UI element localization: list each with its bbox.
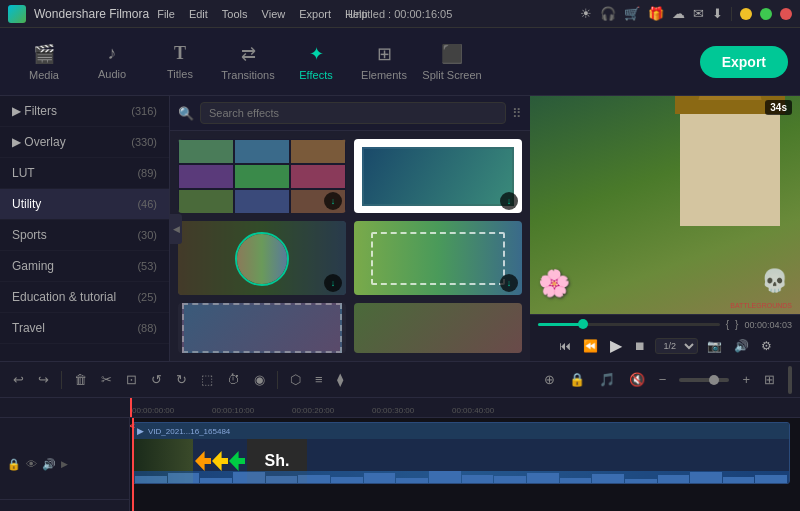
minimize-button[interactable] xyxy=(740,8,752,20)
preview-progress-slider[interactable] xyxy=(538,323,720,326)
snap-button[interactable]: ⊕ xyxy=(539,369,560,390)
cut-button[interactable]: ✂ xyxy=(96,369,117,390)
sidebar-count-education: (25) xyxy=(137,291,157,303)
ruler-container: 00:00:00:00 00:00:10:00 00:00:20:00 00:0… xyxy=(130,398,532,415)
sidebar-item-overlay[interactable]: ▶ Overlay (330) xyxy=(0,127,169,158)
sidebar-label-overlay: ▶ Overlay xyxy=(12,135,66,149)
export-button[interactable]: Export xyxy=(700,46,788,78)
download-badge-shapemask[interactable]: ↓ xyxy=(500,274,518,292)
sidebar-item-filters[interactable]: ▶ Filters (316) xyxy=(0,96,169,127)
menu-file[interactable]: File xyxy=(157,8,175,20)
crop-button[interactable]: ⊡ xyxy=(121,369,142,390)
sidebar-label-travel: Travel xyxy=(12,321,45,335)
effects-search-input[interactable] xyxy=(200,102,506,124)
download-badge-border[interactable]: ↓ xyxy=(500,192,518,210)
toolbar-splitscreen[interactable]: ⬛ Split Screen xyxy=(420,34,484,90)
icon-sun[interactable]: ☀ xyxy=(580,6,592,21)
effect-card-shapemask[interactable]: ↓ Shape Mask xyxy=(354,221,522,295)
color-button[interactable]: ◉ xyxy=(249,369,270,390)
audio-mix-button[interactable]: ≡ xyxy=(310,369,328,390)
playback-speed-select[interactable]: 1/2 1/4 1 2 xyxy=(655,338,698,354)
effects2-button[interactable]: ⬡ xyxy=(285,369,306,390)
track-controls: 🔒 👁 🔊 xyxy=(6,457,57,472)
sidebar-collapse-button[interactable]: ◀ xyxy=(170,214,182,244)
screenshot-button[interactable]: 📷 xyxy=(704,337,725,355)
step-back-button[interactable]: ⏪ xyxy=(580,337,601,355)
menu-edit[interactable]: Edit xyxy=(189,8,208,20)
mask-button[interactable]: ⧫ xyxy=(332,369,348,390)
sidebar-item-lut[interactable]: LUT (89) xyxy=(0,158,169,189)
mosaic-thumb: ↓ xyxy=(178,139,346,213)
icon-download[interactable]: ⬇ xyxy=(712,6,723,21)
fit-button[interactable]: ⊞ xyxy=(759,369,780,390)
audio-icon: ♪ xyxy=(108,43,117,64)
menu-view[interactable]: View xyxy=(262,8,286,20)
sidebar-item-utility[interactable]: Utility (46) xyxy=(0,189,169,220)
effect-card-imagemask[interactable]: ↓ Image Mask xyxy=(178,221,346,295)
toolbar-titles[interactable]: T Titles xyxy=(148,34,212,90)
arrow-orange xyxy=(195,451,211,471)
sidebar-item-gaming[interactable]: Gaming (53) xyxy=(0,251,169,282)
volume-button[interactable]: 🔊 xyxy=(731,337,752,355)
zoom-out-button[interactable]: − xyxy=(654,369,672,390)
play-button[interactable]: ▶ xyxy=(607,334,625,357)
sidebar-item-education[interactable]: Education & tutorial (25) xyxy=(0,282,169,313)
track-mute-btn[interactable]: 🔊 xyxy=(41,457,57,472)
game-timer-badge: 34s xyxy=(765,100,792,115)
toolbar-audio[interactable]: ♪ Audio xyxy=(80,34,144,90)
sidebar-item-travel[interactable]: Travel (88) xyxy=(0,313,169,344)
ruler-time-0: 00:00:00:00 xyxy=(132,406,212,415)
close-button[interactable] xyxy=(780,8,792,20)
redo-button[interactable]: ↪ xyxy=(33,369,54,390)
icon-cloud[interactable]: ☁ xyxy=(672,6,685,21)
effect-card-border[interactable]: ↓ Border xyxy=(354,139,522,213)
clip-waveform xyxy=(133,471,789,483)
edit-toolbar: ↩ ↪ 🗑 ✂ ⊡ ↺ ↻ ⬚ ⏱ ◉ ⬡ ≡ ⧫ ⊕ 🔒 🎵 🔇 − + ⊞ xyxy=(0,362,800,398)
skip-back-button[interactable]: ⏮ xyxy=(556,337,574,355)
track-lock-btn[interactable]: 🔒 xyxy=(6,457,22,472)
main-area: ▶ Filters (316) ▶ Overlay (330) LUT (89)… xyxy=(0,96,800,361)
icon-gift[interactable]: 🎁 xyxy=(648,6,664,21)
track-visible-btn[interactable]: 👁 xyxy=(25,457,38,471)
rotate-right-button[interactable]: ↻ xyxy=(171,369,192,390)
undo-button[interactable]: ↩ xyxy=(8,369,29,390)
effects-label: Effects xyxy=(299,69,332,81)
toolbar-media[interactable]: 🎬 Media xyxy=(12,34,76,90)
title-bar: Wondershare Filmora File Edit Tools View… xyxy=(0,0,800,28)
maximize-button[interactable] xyxy=(760,8,772,20)
video-clip[interactable]: ▶ VID_2021...16_165484 xyxy=(132,422,790,484)
effect-card-extra1[interactable] xyxy=(178,303,346,353)
stop-button[interactable]: ⏹ xyxy=(631,337,649,355)
download-badge-imagemask[interactable]: ↓ xyxy=(324,274,342,292)
playhead-scissors: ✂ xyxy=(130,418,136,434)
toolbar-transitions[interactable]: ⇄ Transitions xyxy=(216,34,280,90)
scale-button[interactable]: ⬚ xyxy=(196,369,218,390)
icon-headphone[interactable]: 🎧 xyxy=(600,6,616,21)
grid-view-icon[interactable]: ⠿ xyxy=(512,106,522,121)
elements-label: Elements xyxy=(361,69,407,81)
menu-export[interactable]: Export xyxy=(299,8,331,20)
lock-button[interactable]: 🔒 xyxy=(564,369,590,390)
toolbar-elements[interactable]: ⊞ Elements xyxy=(352,34,416,90)
arrow-yellow xyxy=(212,451,228,471)
rotate-left-button[interactable]: ↺ xyxy=(146,369,167,390)
zoom-slider-thumb[interactable] xyxy=(709,375,719,385)
delete-button[interactable]: 🗑 xyxy=(69,369,92,390)
menu-tools[interactable]: Tools xyxy=(222,8,248,20)
effect-card-mosaic[interactable]: ↓ Mosaic xyxy=(178,139,346,213)
sidebar-item-sports[interactable]: Sports (30) xyxy=(0,220,169,251)
timeline-tracks: 🔒 👁 🔊 ▶ ✂ ▶ VID_2021...16_ xyxy=(0,418,800,511)
download-badge-mosaic[interactable]: ↓ xyxy=(324,192,342,210)
icon-cart[interactable]: 🛒 xyxy=(624,6,640,21)
zoom-in-button[interactable]: + xyxy=(737,369,755,390)
icon-email[interactable]: ✉ xyxy=(693,6,704,21)
brace-right: } xyxy=(735,319,738,330)
split-audio-button[interactable]: 🎵 xyxy=(594,369,620,390)
preview-time-bar: { } 00:00:04:03 xyxy=(538,319,792,330)
mute-button[interactable]: 🔇 xyxy=(624,369,650,390)
settings-button[interactable]: ⚙ xyxy=(758,337,775,355)
speed-button[interactable]: ⏱ xyxy=(222,369,245,390)
effect-card-extra2[interactable] xyxy=(354,303,522,353)
progress-thumb[interactable] xyxy=(578,319,588,329)
toolbar-effects[interactable]: ✦ Effects xyxy=(284,34,348,90)
